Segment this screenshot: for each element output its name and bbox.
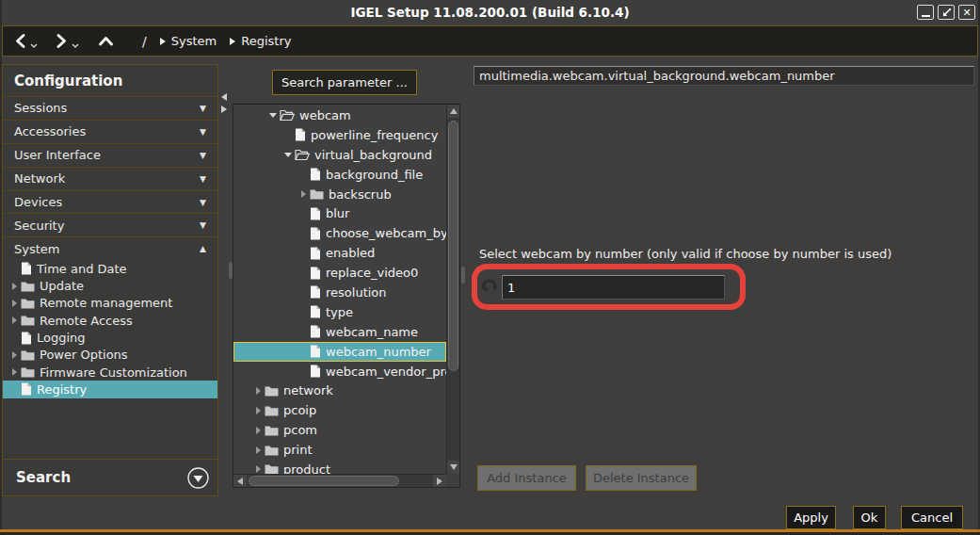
folder-icon (21, 349, 35, 361)
tree-item-enabled[interactable]: enabled (233, 243, 459, 263)
chevron-right-icon (55, 33, 69, 49)
sidebar-section-accessories[interactable]: Accessories▼ (3, 120, 217, 143)
tree-item-blur[interactable]: blur (233, 203, 459, 223)
folder-icon (21, 281, 35, 292)
window-controls: ✕ (917, 5, 975, 20)
file-icon (310, 168, 321, 181)
restore-icon (941, 8, 952, 18)
item-label: network (283, 383, 333, 397)
vertical-scrollbar[interactable] (446, 105, 459, 474)
tree-item-webcam-vendor-pro[interactable]: webcam_vendor_pro (233, 362, 459, 381)
file-icon (310, 247, 321, 260)
nav-forward-button[interactable] (55, 33, 69, 49)
expander-closed-icon[interactable] (8, 283, 21, 290)
expander-closed-icon[interactable] (251, 407, 265, 414)
expander-closed-icon[interactable] (8, 316, 21, 324)
item-label: webcam_number (326, 345, 431, 359)
search-parameter-button[interactable]: Search parameter ... (272, 70, 417, 95)
minimize-icon (922, 15, 930, 17)
sidebar-item-remote-access[interactable]: Remote Access (3, 312, 217, 329)
splitter-collapse-right-icon[interactable] (221, 105, 227, 113)
sidebar-section-system[interactable]: System▲ (3, 236, 217, 260)
tree-item-webcam-name[interactable]: webcam_name (233, 322, 459, 342)
horizontal-scrollbar-thumb[interactable] (249, 476, 399, 486)
expander-closed-icon[interactable] (251, 446, 265, 454)
expander-open-icon[interactable] (266, 113, 280, 118)
cancel-button[interactable]: Cancel (901, 506, 963, 529)
splitter-handle[interactable] (461, 267, 465, 284)
sidebar-item-logging[interactable]: Logging (3, 329, 217, 346)
chevron-left-icon (13, 33, 27, 49)
tree-item-pcom[interactable]: pcom (233, 420, 459, 440)
breadcrumb-registry[interactable]: Registry (230, 34, 291, 48)
splitter-collapse-left-icon[interactable] (221, 93, 227, 101)
tree-item-pcoip[interactable]: pcoip (233, 400, 459, 420)
tree-item-webcam-number[interactable]: webcam_number (233, 342, 446, 362)
file-icon (310, 305, 321, 318)
expander-closed-icon[interactable] (251, 465, 265, 473)
breadcrumb-system[interactable]: System (160, 34, 217, 48)
nav-forward-dropdown[interactable] (72, 35, 79, 53)
expand-arrow-icon: ▼ (200, 104, 206, 113)
folder-icon (265, 405, 279, 416)
webcam-number-input[interactable] (502, 275, 725, 300)
minimize-button[interactable] (917, 5, 934, 20)
nav-up-button[interactable] (98, 35, 114, 47)
scroll-left-button[interactable] (233, 475, 247, 488)
expander-closed-icon[interactable] (251, 427, 265, 434)
scroll-up-button[interactable] (447, 105, 460, 118)
expander-open-icon[interactable] (281, 153, 295, 157)
breadcrumb-root[interactable]: / (142, 34, 147, 49)
expander-closed-icon[interactable] (297, 190, 310, 198)
apply-button[interactable]: Apply (786, 506, 836, 529)
horizontal-scrollbar[interactable] (233, 474, 446, 487)
sidebar-section-devices[interactable]: Devices▼ (3, 190, 217, 214)
vertical-scrollbar-thumb[interactable] (448, 121, 458, 371)
sidebar-item-time-and-date[interactable]: Time and Date (3, 260, 217, 277)
folder-open-icon (280, 109, 295, 122)
item-label: Power Options (40, 348, 128, 362)
tree-item-replace-video0[interactable]: replace_video0 (233, 263, 459, 283)
folder-open-icon (295, 149, 310, 161)
splitter-handle[interactable] (229, 262, 233, 279)
expander-closed-icon[interactable] (251, 387, 265, 395)
file-icon (21, 262, 32, 275)
sidebar-item-update[interactable]: Update (3, 278, 217, 295)
nav-back-button[interactable] (13, 33, 27, 49)
reset-to-default-icon[interactable] (480, 277, 498, 297)
tree-item-background-file[interactable]: background_file (233, 165, 459, 185)
sidebar-item-registry[interactable]: Registry (3, 381, 217, 397)
sidebar-item-remote-management[interactable]: Remote management (3, 295, 217, 312)
close-button[interactable]: ✕ (958, 5, 975, 20)
tree-item-choose-webcam-by[interactable]: choose_webcam_by (233, 223, 459, 243)
tree-item-powerline-frequency[interactable]: powerline_frequency (233, 125, 459, 145)
sidebar-section-user-interface[interactable]: User Interface▼ (3, 143, 217, 167)
item-label: replace_video0 (326, 266, 418, 280)
sidebar-section-security[interactable]: Security▼ (3, 213, 217, 236)
sidebar-item-firmware-customization[interactable]: Firmware Customization (3, 364, 217, 381)
breadcrumb-arrow-icon (230, 38, 235, 45)
tree-item-virtual-background[interactable]: virtual_background (233, 145, 459, 165)
parameter-path-field[interactable]: multimedia.webcam.virtual_background.web… (474, 66, 974, 86)
tree-item-network[interactable]: network (233, 381, 459, 400)
scroll-down-button[interactable] (447, 461, 460, 474)
tree-item-type[interactable]: type (233, 302, 459, 322)
title-bar[interactable]: IGEL Setup 11.08.200.01 (Build 6.10.4) ✕ (0, 0, 980, 25)
tree-item-webcam[interactable]: webcam (233, 105, 459, 125)
tree-item-print[interactable]: print (233, 440, 459, 460)
sidebar-section-sessions[interactable]: Sessions▼ (3, 96, 217, 120)
scroll-right-button[interactable] (433, 475, 446, 488)
expander-closed-icon[interactable] (8, 300, 21, 307)
expand-arrow-icon: ▼ (200, 220, 206, 230)
ok-button[interactable]: Ok (853, 506, 886, 529)
expander-closed-icon[interactable] (8, 368, 21, 376)
tree-item-backscrub[interactable]: backscrub (233, 185, 459, 204)
item-label: type (326, 305, 353, 319)
search-expand-button[interactable] (186, 466, 210, 490)
expander-closed-icon[interactable] (8, 351, 21, 359)
sidebar-section-network[interactable]: Network▼ (3, 167, 217, 190)
tree-item-resolution[interactable]: resolution (233, 283, 459, 302)
sidebar-item-power-options[interactable]: Power Options (3, 347, 217, 364)
nav-back-dropdown[interactable] (30, 35, 38, 53)
restore-button[interactable] (938, 5, 955, 20)
